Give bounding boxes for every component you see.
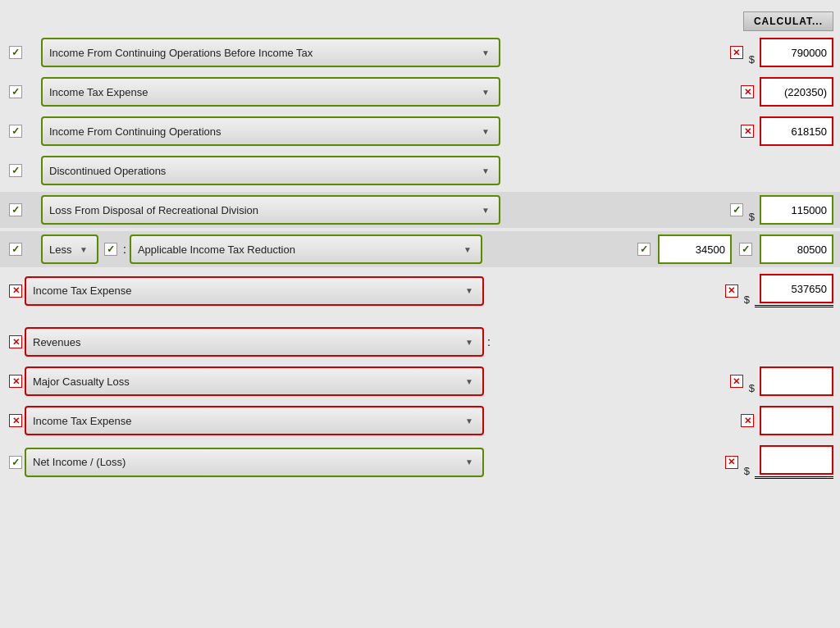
value-net-income[interactable] [760,445,833,475]
dropdown-income-before-tax[interactable]: Income From Continuing Operations Before… [41,38,500,67]
value-major-casualty[interactable] [760,366,833,396]
row-discontinued: Discontinued Operations ▼ [0,152,840,189]
dropdown-less[interactable]: Less ▼ [41,234,98,264]
row-income-tax-1: Income Tax Expense ▼ (220350) [0,74,840,110]
checkbox-val-income-tax-3[interactable] [738,414,756,427]
checkbox-val-income-before-tax[interactable] [728,46,746,59]
dropdown-income-tax-2[interactable]: Income Tax Expense ▼ [25,276,484,306]
calculate-button[interactable]: CALCULAT... [743,11,833,31]
chevron-down-icon: ▼ [463,456,476,469]
dropdown-applicable[interactable]: Applicable Income Tax Reduction ▼ [130,234,482,264]
row-income-tax-2: Income Tax Expense ▼ $ 537650 [0,271,840,311]
checkbox-val-less-1[interactable] [635,243,653,256]
chevron-down-icon: ▼ [463,335,476,348]
right-section-income-before-tax: $ 790000 [728,38,833,67]
checkbox-income-continuing[interactable] [7,125,25,138]
dropdown-net-income[interactable]: Net Income / (Loss) ▼ [25,448,484,477]
value-income-tax-3[interactable] [760,406,833,435]
chevron-down-icon: ▼ [479,46,492,59]
checkbox-val-loss-disposal[interactable] [728,203,746,216]
top-bar: CALCULAT... [0,8,840,34]
main-container: CALCULAT... Income From Continuing Opera… [0,0,840,628]
value-income-tax-2[interactable]: 537650 [760,274,833,303]
double-underline [755,305,833,307]
checkbox-val-less-2[interactable] [737,243,755,256]
value-less-2[interactable]: 80500 [760,234,833,264]
checkbox-income-before-tax[interactable] [7,46,25,59]
right-section-loss-disposal: $ 115000 [728,195,833,225]
row-income-before-tax: Income From Continuing Operations Before… [0,34,840,71]
row-less-applicable: Less ▼ : Applicable Income Tax Reduction… [0,231,840,267]
checkbox-income-tax-1[interactable] [7,85,25,98]
dropdown-income-continuing[interactable]: Income From Continuing Operations ▼ [41,116,500,146]
right-section-income-tax-2: $ 537650 [723,274,833,307]
checkbox-val-net-income[interactable] [723,456,741,469]
dropdown-major-casualty[interactable]: Major Casualty Loss ▼ [25,366,484,396]
right-section-income-tax-1: (220350) [738,77,833,107]
checkbox-val-income-continuing[interactable] [738,125,756,138]
checkbox-major-casualty[interactable] [7,375,25,388]
chevron-down-icon: ▼ [479,125,492,138]
chevron-down-icon: ▼ [479,164,492,177]
right-section-major-casualty: $ [728,366,833,396]
chevron-down-icon: ▼ [463,284,476,298]
checkbox-loss-disposal[interactable] [7,203,25,216]
chevron-down-icon: ▼ [463,375,476,388]
dropdown-income-tax-3[interactable]: Income Tax Expense ▼ [25,406,484,435]
checkbox-applicable[interactable] [102,243,120,256]
value-less-1[interactable]: 34500 [658,234,732,264]
value-income-continuing[interactable]: 618150 [760,116,833,146]
chevron-down-icon: ▼ [479,203,492,216]
chevron-down-icon: ▼ [77,243,90,256]
right-section-income-tax-3 [738,406,833,435]
checkbox-less[interactable] [7,243,25,256]
row-major-casualty: Major Casualty Loss ▼ $ [0,363,840,399]
value-income-tax-1[interactable]: (220350) [760,77,833,107]
row-loss-disposal: Loss From Disposal of Recreational Divis… [0,192,840,228]
dropdown-revenues[interactable]: Revenues ▼ [25,327,484,357]
dropdown-income-tax-1[interactable]: Income Tax Expense ▼ [41,77,500,107]
checkbox-income-tax-2[interactable] [7,284,25,298]
value-loss-disposal[interactable]: 115000 [760,195,833,225]
right-section-less-applicable: 34500 80500 [635,234,833,264]
chevron-down-icon: ▼ [479,85,492,98]
chevron-down-icon: ▼ [463,414,476,427]
checkbox-val-income-tax-1[interactable] [738,85,756,98]
row-income-tax-3: Income Tax Expense ▼ [0,403,840,439]
dropdown-loss-disposal[interactable]: Loss From Disposal of Recreational Divis… [41,195,500,225]
right-section-net-income: $ [723,445,833,479]
dropdown-discontinued[interactable]: Discontinued Operations ▼ [41,156,500,185]
checkbox-discontinued[interactable] [7,164,25,177]
row-revenues: Revenues ▼ : [0,324,840,360]
double-underline-net [755,476,833,479]
checkbox-revenues[interactable] [7,335,25,348]
right-section-income-continuing: 618150 [738,116,833,146]
row-income-continuing: Income From Continuing Operations ▼ 6181… [0,113,840,149]
checkbox-net-income[interactable] [7,456,25,469]
checkbox-val-major-casualty[interactable] [728,375,746,388]
checkbox-val-income-tax-2[interactable] [723,284,741,298]
checkbox-income-tax-3[interactable] [7,414,25,427]
row-net-income: Net Income / (Loss) ▼ $ [0,442,840,482]
value-income-before-tax[interactable]: 790000 [760,38,833,67]
chevron-down-icon: ▼ [461,243,474,256]
